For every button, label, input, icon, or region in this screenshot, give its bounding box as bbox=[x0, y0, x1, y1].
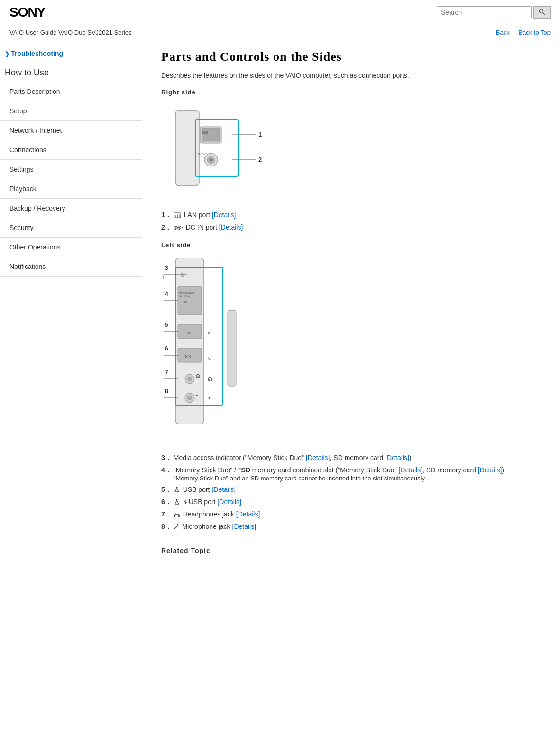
part-2-num: 2． bbox=[161, 223, 172, 232]
part-3: 3． Media access indicator ("Memory Stick… bbox=[161, 454, 541, 462]
troubleshooting-link[interactable]: Troubleshooting bbox=[0, 45, 142, 62]
sidebar-item-backup-recovery[interactable]: Backup / Recovery bbox=[0, 198, 142, 218]
svg-line-69 bbox=[174, 525, 178, 529]
part-7-num: 7． bbox=[161, 510, 172, 519]
svg-rect-68 bbox=[178, 515, 180, 517]
part-2: 2． DC IN port [Details] bbox=[161, 223, 541, 232]
part-8-details[interactable]: [Details] bbox=[232, 523, 257, 530]
related-topic-heading: Related Topic bbox=[161, 547, 541, 554]
svg-rect-43 bbox=[228, 310, 236, 386]
svg-line-25 bbox=[182, 228, 183, 228]
svg-point-41 bbox=[187, 396, 192, 400]
layout: Troubleshooting How to Use Parts Descrip… bbox=[0, 40, 560, 752]
svg-text:⊞⊟: ⊞⊟ bbox=[202, 131, 208, 134]
svg-text:⋈ HiDuo: ⋈ HiDuo bbox=[179, 295, 190, 298]
svg-text:⋈↯: ⋈↯ bbox=[185, 354, 192, 359]
part-6-num: 6． bbox=[161, 498, 172, 507]
headphone-diagram-icon bbox=[174, 512, 180, 517]
part-8-num: 8． bbox=[161, 523, 172, 531]
sidebar-item-security[interactable]: Security bbox=[0, 218, 142, 237]
sony-logo: SONY bbox=[9, 5, 45, 20]
part-2-details[interactable]: [Details] bbox=[219, 223, 243, 231]
right-side-parts-list: 1． LAN port [Details] 2． bbox=[161, 211, 541, 232]
sidebar-item-setup[interactable]: Setup bbox=[0, 101, 142, 120]
svg-text:2: 2 bbox=[258, 156, 262, 163]
main-content: Parts and Controls on the Sides Describe… bbox=[142, 40, 560, 752]
part-3-details1[interactable]: [Details] bbox=[306, 454, 330, 461]
sidebar-item-notifications[interactable]: Notifications bbox=[0, 257, 142, 277]
charging-icon bbox=[183, 499, 188, 505]
svg-text:7: 7 bbox=[165, 369, 168, 376]
part-1: 1． LAN port [Details] bbox=[161, 211, 541, 220]
svg-point-66 bbox=[176, 499, 177, 500]
sidebar-item-settings[interactable]: Settings bbox=[0, 159, 142, 179]
breadcrumb-sep: | bbox=[513, 29, 514, 36]
svg-text:8: 8 bbox=[165, 388, 168, 395]
svg-point-63 bbox=[176, 487, 177, 488]
back-link[interactable]: Back bbox=[496, 29, 510, 36]
svg-text:↯: ↯ bbox=[208, 357, 211, 361]
how-to-use-heading: How to Use bbox=[0, 62, 142, 82]
sidebar-item-other-operations[interactable]: Other Operations bbox=[0, 237, 142, 257]
intro-text: Describes the features on the sides of t… bbox=[161, 72, 541, 79]
svg-text:5: 5 bbox=[165, 322, 168, 328]
svg-rect-29 bbox=[178, 286, 202, 315]
part-6: 6． USB port [Details] bbox=[161, 498, 541, 507]
svg-point-0 bbox=[540, 9, 543, 13]
sidebar-item-parts-description[interactable]: Parts Description bbox=[0, 82, 142, 101]
right-side-diagram: ⊞⊟ 1 2 19.5V bbox=[161, 101, 294, 195]
part-7-details[interactable]: [Details] bbox=[236, 510, 260, 518]
part-5-details[interactable]: [Details] bbox=[211, 486, 236, 493]
part-1-num: 1． bbox=[161, 211, 172, 220]
right-side-diagram-container: ⊞⊟ 1 2 19.5V bbox=[161, 101, 541, 202]
breadcrumb-left: VAIO User Guide VAIO Duo SVJ2021 Series bbox=[9, 29, 131, 36]
sidebar-item-connections[interactable]: Connections bbox=[0, 140, 142, 159]
related-topic: Related Topic bbox=[161, 541, 541, 554]
breadcrumb-right: Back | Back to Top bbox=[496, 29, 551, 36]
svg-text:✦: ✦ bbox=[195, 394, 198, 397]
svg-text:⋈: ⋈ bbox=[186, 331, 190, 335]
svg-text:1: 1 bbox=[258, 131, 262, 138]
part-6-details[interactable]: [Details] bbox=[217, 498, 241, 506]
svg-rect-67 bbox=[174, 515, 175, 517]
part-3-details2[interactable]: [Details] bbox=[385, 454, 409, 461]
search-button[interactable] bbox=[533, 6, 551, 19]
search-area bbox=[437, 6, 551, 19]
breadcrumb-bar: VAIO User Guide VAIO Duo SVJ2021 Series … bbox=[0, 25, 560, 40]
part-4: 4． "Memory Stick Duo" / "SD memory card … bbox=[161, 466, 541, 482]
left-side-label: Left side bbox=[161, 241, 541, 249]
search-icon bbox=[539, 9, 545, 15]
part-1-details[interactable]: [Details] bbox=[212, 211, 236, 219]
svg-text:✦: ✦ bbox=[208, 396, 211, 400]
svg-line-71 bbox=[174, 529, 174, 530]
page-title: Parts and Controls on the Sides bbox=[161, 50, 541, 64]
left-side-parts-list: 3． Media access indicator ("Memory Stick… bbox=[161, 454, 541, 531]
part-4-details1[interactable]: [Details] bbox=[398, 466, 422, 474]
mic-diagram-icon bbox=[174, 524, 179, 530]
part-5: 5． USB port [Details] bbox=[161, 486, 541, 494]
svg-text:MemoryStick: MemoryStick bbox=[179, 291, 194, 294]
usb-charging-icon bbox=[174, 499, 180, 505]
left-side-diagram: MemoryStick ⋈ HiDuo SD ⋈ ⋈↯ 🎧 ✦ bbox=[161, 253, 313, 438]
part-4-note: "Memory Stick Duo" and an SD memory card… bbox=[174, 475, 504, 482]
svg-text:SD: SD bbox=[184, 301, 187, 304]
dc-icon bbox=[174, 225, 183, 230]
sidebar-item-network-internet[interactable]: Network / Internet bbox=[0, 120, 142, 140]
right-side-label: Right side bbox=[161, 89, 541, 96]
svg-text:4: 4 bbox=[165, 291, 168, 297]
part-4-details2[interactable]: [Details] bbox=[478, 466, 502, 474]
sidebar: Troubleshooting How to Use Parts Descrip… bbox=[0, 40, 142, 752]
part-8: 8． Microphone jack [Details] bbox=[161, 523, 541, 531]
svg-text:🎧: 🎧 bbox=[208, 377, 212, 381]
part-5-num: 5． bbox=[161, 486, 172, 494]
part-3-num: 3． bbox=[161, 454, 172, 462]
svg-text:6: 6 bbox=[165, 345, 168, 352]
svg-point-9 bbox=[209, 158, 213, 162]
search-input[interactable] bbox=[437, 6, 532, 18]
svg-line-70 bbox=[177, 524, 178, 525]
svg-line-1 bbox=[543, 12, 545, 15]
lan-icon bbox=[174, 212, 181, 218]
left-side-diagram-container: MemoryStick ⋈ HiDuo SD ⋈ ⋈↯ 🎧 ✦ bbox=[161, 253, 541, 444]
back-to-top-link[interactable]: Back to Top bbox=[518, 29, 551, 36]
sidebar-item-playback[interactable]: Playback bbox=[0, 179, 142, 198]
